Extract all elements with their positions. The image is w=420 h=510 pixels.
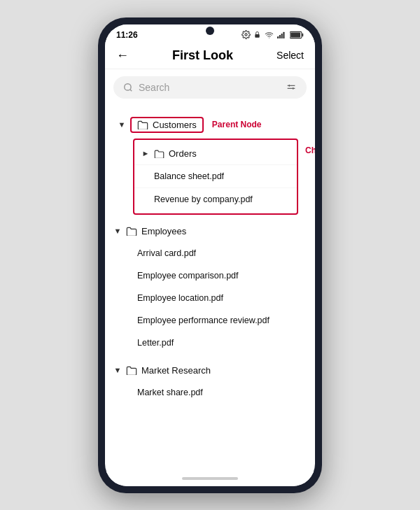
svg-point-2: [269, 37, 270, 38]
customers-label: Customers: [153, 120, 197, 130]
phone-screen: 11:26: [105, 24, 315, 486]
market-research-section: ▼ Market Research Market share.pdf: [105, 360, 315, 404]
svg-line-11: [130, 89, 132, 91]
employees-chevron[interactable]: ▼: [113, 227, 122, 235]
search-container: Search: [105, 69, 315, 106]
employees-section: ▼ Employees Arrival card.pdf Employee co…: [105, 220, 315, 354]
app-header: ← First Look Select: [105, 43, 315, 69]
employees-folder-icon: [126, 226, 137, 236]
market-research-folder-icon: [126, 365, 137, 375]
orders-chevron[interactable]: ►: [141, 149, 150, 157]
svg-rect-9: [290, 32, 300, 37]
employee-comparison-label: Employee comparison.pdf: [137, 271, 239, 281]
arrival-card-label: Arrival card.pdf: [137, 248, 196, 258]
orders-folder-icon: [154, 149, 164, 158]
svg-rect-8: [302, 33, 303, 36]
home-indicator: [105, 471, 315, 486]
svg-rect-5: [281, 33, 283, 38]
child-nodes-annotation: Child Nodes: [305, 146, 315, 155]
search-bar[interactable]: Search: [113, 76, 307, 99]
employee-location-label: Employee location.pdf: [137, 293, 223, 303]
orders-label: Orders: [169, 148, 197, 159]
svg-rect-3: [277, 36, 279, 38]
revenue-company-label: Revenue by company.pdf: [154, 194, 253, 204]
customers-children: Child Nodes ► Orders Balance sheet.pdf: [133, 139, 298, 215]
market-research-chevron[interactable]: ▼: [113, 366, 122, 374]
svg-rect-6: [283, 31, 284, 38]
customers-section: ▼ Customers Parent Node Child Nodes ►: [113, 111, 307, 215]
customers-row[interactable]: ▼ Customers Parent Node: [113, 111, 307, 139]
customers-folder-icon: [137, 120, 148, 129]
search-placeholder: Search: [139, 82, 280, 93]
phone-frame: 11:26: [98, 17, 322, 493]
market-share-file[interactable]: Market share.pdf: [105, 381, 315, 404]
home-bar: [182, 477, 238, 480]
customers-chevron[interactable]: ▼: [118, 120, 126, 129]
svg-rect-4: [279, 35, 281, 38]
select-button[interactable]: Select: [276, 50, 304, 61]
battery-icon: [290, 31, 304, 39]
settings-icon: [241, 30, 251, 39]
customers-label-box: Customers: [130, 117, 204, 133]
parent-node-annotation: Parent Node: [212, 120, 262, 129]
market-research-label: Market Research: [141, 365, 211, 376]
employees-row[interactable]: ▼ Employees: [105, 220, 315, 242]
wifi-icon: [264, 31, 274, 39]
letter-file[interactable]: Letter.pdf: [105, 332, 315, 354]
balance-sheet-file[interactable]: Balance sheet.pdf: [134, 164, 297, 187]
balance-sheet-label: Balance sheet.pdf: [154, 171, 224, 181]
status-time: 11:26: [116, 30, 138, 40]
lock-icon: [253, 30, 261, 39]
file-tree: ▼ Customers Parent Node Child Nodes ►: [105, 106, 315, 471]
signal-icon: [277, 31, 287, 39]
employee-comparison-file[interactable]: Employee comparison.pdf: [105, 264, 315, 287]
orders-row[interactable]: ► Orders: [134, 143, 297, 164]
employee-performance-label: Employee performance review.pdf: [137, 316, 270, 325]
employee-location-file[interactable]: Employee location.pdf: [105, 287, 315, 309]
page-title: First Look: [172, 48, 233, 63]
arrival-card-file[interactable]: Arrival card.pdf: [105, 242, 315, 264]
status-icons: [241, 30, 304, 39]
market-share-label: Market share.pdf: [137, 388, 203, 397]
letter-label: Letter.pdf: [137, 338, 174, 348]
camera-notch: [206, 27, 214, 35]
svg-point-10: [125, 83, 131, 90]
svg-rect-1: [255, 34, 259, 38]
back-button[interactable]: ←: [116, 48, 129, 63]
search-icon: [123, 83, 133, 92]
svg-point-0: [245, 34, 247, 36]
employees-label: Employees: [141, 226, 186, 236]
revenue-company-file[interactable]: Revenue by company.pdf: [134, 187, 297, 211]
employee-performance-file[interactable]: Employee performance review.pdf: [105, 309, 315, 332]
market-research-row[interactable]: ▼ Market Research: [105, 360, 315, 381]
filter-icon[interactable]: [286, 83, 297, 92]
